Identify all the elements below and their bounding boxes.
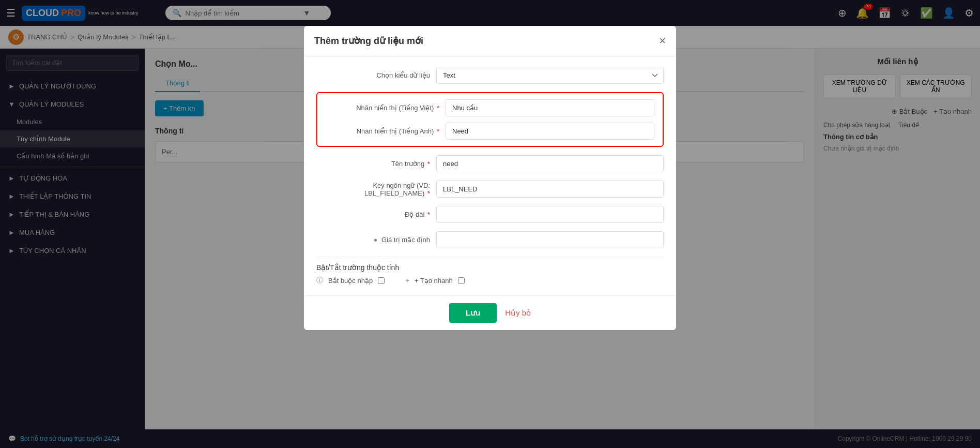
field-name-row: Tên trường * (316, 155, 664, 172)
select-type-label: Chọn kiểu dữ liệu (316, 71, 430, 79)
select-type-row: Chọn kiểu dữ liệu Text Number Date Boole… (316, 67, 664, 84)
default-value-row: ● Giá trị mặc định (316, 231, 664, 248)
save-button[interactable]: Lưu (449, 303, 497, 323)
quick-create-checkbox-row: + + Tạo nhanh (405, 277, 465, 285)
modal-overlay[interactable]: Thêm trường dữ liệu mới × Chọn kiểu dữ l… (0, 0, 980, 448)
lang-key-label: Key ngôn ngữ (VD:LBL_FIELD_NAME) * (316, 182, 430, 197)
length-label: Độ dài * (316, 211, 430, 218)
modal-title: Thêm trường dữ liệu mới (314, 35, 423, 47)
label-vi-label: Nhãn hiển thị (Tiếng Việt) * (326, 104, 439, 112)
modal-header: Thêm trường dữ liệu mới × (304, 26, 676, 56)
modal-footer: Lưu Hủy bỏ (304, 295, 676, 330)
required-star-en: * (437, 127, 439, 135)
label-en-row: Nhãn hiển thị (Tiếng Anh) * (326, 123, 654, 140)
toggle-section-title: Bật/Tắt trường thuộc tính (316, 263, 664, 272)
info-icon[interactable]: ● (373, 236, 377, 244)
lang-key-input[interactable] (436, 181, 664, 198)
field-name-label: Tên trường * (316, 160, 430, 168)
label-en-label: Nhãn hiển thị (Tiếng Anh) * (326, 127, 439, 135)
modal-close-button[interactable]: × (659, 34, 666, 48)
lang-key-row: Key ngôn ngữ (VD:LBL_FIELD_NAME) * (316, 181, 664, 198)
required-info-icon: ⓘ (316, 276, 323, 285)
label-en-input[interactable] (446, 123, 654, 140)
field-name-input[interactable] (436, 155, 664, 172)
default-value-input[interactable] (436, 231, 664, 248)
quick-create-label: + Tạo nhanh (415, 277, 453, 285)
default-value-label: ● Giá trị mặc định (316, 236, 430, 244)
label-highlight-box: Nhãn hiển thị (Tiếng Việt) * Nhãn hiển t… (316, 92, 664, 147)
select-type-dropdown[interactable]: Text Number Date Boolean Textarea Select… (436, 67, 664, 84)
section-divider (316, 257, 664, 257)
cancel-button[interactable]: Hủy bỏ (505, 308, 531, 318)
modal-dialog: Thêm trường dữ liệu mới × Chọn kiểu dữ l… (304, 26, 676, 330)
length-input[interactable] (436, 206, 664, 223)
required-star: * (437, 104, 439, 112)
required-checkbox[interactable] (378, 277, 385, 284)
required-checkbox-row: ⓘ Bắt buộc nhập (316, 276, 385, 285)
label-vi-row: Nhãn hiển thị (Tiếng Việt) * (326, 99, 654, 116)
quick-create-checkbox[interactable] (458, 277, 465, 284)
required-label: Bắt buộc nhập (328, 277, 373, 285)
plus-icon: + (405, 277, 409, 285)
length-row: Độ dài * (316, 206, 664, 223)
label-vi-input[interactable] (446, 99, 654, 116)
modal-body: Chọn kiểu dữ liệu Text Number Date Boole… (304, 56, 676, 295)
toggle-row: ⓘ Bắt buộc nhập + + Tạo nhanh (316, 276, 664, 285)
